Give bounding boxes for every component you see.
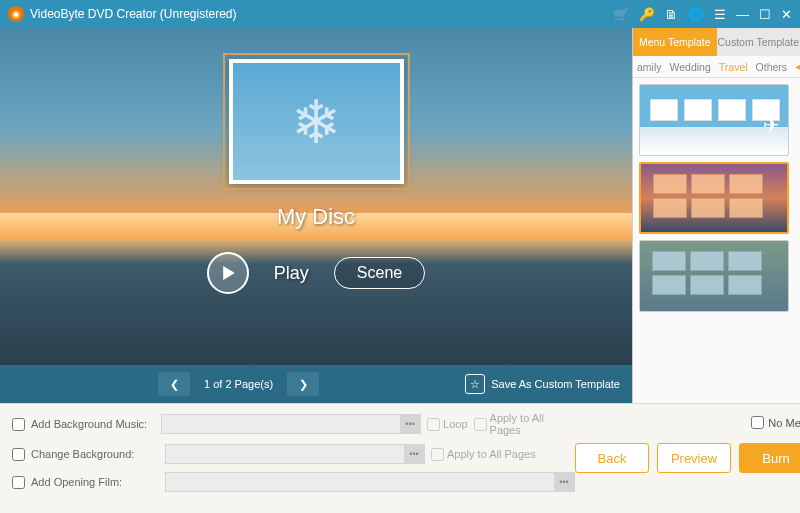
video-thumbnail[interactable]: ❄ xyxy=(229,59,404,184)
label-loop: Loop xyxy=(443,418,467,430)
window-title: VideoByte DVD Creator (Unregistered) xyxy=(30,7,613,21)
close-icon[interactable]: ✕ xyxy=(781,7,792,22)
checkbox-opening-film[interactable] xyxy=(12,476,25,489)
label-opening-film: Add Opening Film: xyxy=(31,476,159,488)
template-panel: Menu Template Custom Template amily Wedd… xyxy=(632,28,800,403)
tab-menu-template[interactable]: Menu Template xyxy=(633,28,717,56)
play-label[interactable]: Play xyxy=(274,263,309,284)
tab-custom-template[interactable]: Custom Template xyxy=(717,28,801,56)
checkbox-apply-all-bg[interactable] xyxy=(431,448,444,461)
browse-music-button[interactable]: ••• xyxy=(400,415,420,433)
category-tabs: amily Wedding Travel Others ◀▶ xyxy=(633,56,800,78)
titlebar: ◉ VideoByte DVD Creator (Unregistered) 🛒… xyxy=(0,0,800,28)
template-type-tabs: Menu Template Custom Template xyxy=(633,28,800,56)
checkbox-loop[interactable] xyxy=(427,418,440,431)
checkbox-apply-all-music[interactable] xyxy=(474,418,487,431)
scene-button[interactable]: Scene xyxy=(334,257,425,289)
label-apply-all-1: Apply to All Pages xyxy=(490,412,575,436)
menu-preview-canvas: ❄ My Disc Play Scene xyxy=(0,28,632,365)
checkbox-no-menu[interactable] xyxy=(751,416,764,429)
cat-scroll-arrows[interactable]: ◀▶ xyxy=(795,61,800,72)
checkbox-change-bg[interactable] xyxy=(12,448,25,461)
bottom-options-panel: Add Background Music: ••• Loop Apply to … xyxy=(0,403,800,513)
page-next-button[interactable]: ❯ xyxy=(287,372,319,396)
right-options: No Menu Back Preview Burn xyxy=(575,412,800,505)
template-item-3[interactable] xyxy=(639,240,789,312)
snowflake-icon: ❄ xyxy=(291,87,341,157)
save-as-template-button[interactable]: ☆ Save As Custom Template xyxy=(465,374,620,394)
play-controls: Play Scene xyxy=(207,252,425,294)
main-area: ❄ My Disc Play Scene ❮ 1 of 2 Page(s) ❯ … xyxy=(0,28,800,403)
label-no-menu: No Menu xyxy=(768,417,800,429)
browse-bg-button[interactable]: ••• xyxy=(404,445,424,463)
play-icon xyxy=(222,266,236,280)
page-prev-button[interactable]: ❮ xyxy=(158,372,190,396)
page-indicator: 1 of 2 Page(s) xyxy=(204,378,273,390)
star-icon: ☆ xyxy=(465,374,485,394)
field-bg-music[interactable]: ••• xyxy=(161,414,421,434)
template-list xyxy=(633,78,800,403)
disc-title-text[interactable]: My Disc xyxy=(277,204,355,230)
row-change-bg: Change Background: ••• Apply to All Page… xyxy=(12,444,575,464)
field-opening-film[interactable]: ••• xyxy=(165,472,575,492)
cat-wedding[interactable]: Wedding xyxy=(670,61,711,73)
app-logo-icon: ◉ xyxy=(8,6,24,22)
cat-others[interactable]: Others xyxy=(756,61,788,73)
checkbox-bg-music[interactable] xyxy=(12,418,25,431)
row-bg-music: Add Background Music: ••• Loop Apply to … xyxy=(12,412,575,436)
file-icon[interactable]: 🗎 xyxy=(665,7,678,22)
no-menu-option: No Menu xyxy=(751,416,800,429)
browse-film-button[interactable]: ••• xyxy=(554,473,574,491)
label-change-bg: Change Background: xyxy=(31,448,159,460)
save-template-label: Save As Custom Template xyxy=(491,378,620,390)
action-buttons: Back Preview Burn xyxy=(575,443,800,473)
left-options: Add Background Music: ••• Loop Apply to … xyxy=(12,412,575,505)
label-apply-all-2: Apply to All Pages xyxy=(447,448,536,460)
burn-button[interactable]: Burn xyxy=(739,443,800,473)
preview-area: ❄ My Disc Play Scene ❮ 1 of 2 Page(s) ❯ … xyxy=(0,28,632,403)
play-button[interactable] xyxy=(207,252,249,294)
template-item-2[interactable] xyxy=(639,162,789,234)
pager-bar: ❮ 1 of 2 Page(s) ❯ ☆ Save As Custom Temp… xyxy=(0,365,632,403)
row-opening-film: Add Opening Film: ••• xyxy=(12,472,575,492)
field-change-bg[interactable]: ••• xyxy=(165,444,425,464)
window-controls: 🛒 🔑 🗎 🌐 ☰ — ☐ ✕ xyxy=(613,7,792,22)
label-bg-music: Add Background Music: xyxy=(31,418,155,430)
preview-button[interactable]: Preview xyxy=(657,443,731,473)
back-button[interactable]: Back xyxy=(575,443,649,473)
cat-family[interactable]: amily xyxy=(637,61,662,73)
cart-icon[interactable]: 🛒 xyxy=(613,7,629,22)
cat-travel[interactable]: Travel xyxy=(719,61,748,73)
language-icon[interactable]: 🌐 xyxy=(688,7,704,22)
menu-icon[interactable]: ☰ xyxy=(714,7,726,22)
key-icon[interactable]: 🔑 xyxy=(639,7,655,22)
maximize-icon[interactable]: ☐ xyxy=(759,7,771,22)
minimize-icon[interactable]: — xyxy=(736,7,749,22)
template-item-1[interactable] xyxy=(639,84,789,156)
